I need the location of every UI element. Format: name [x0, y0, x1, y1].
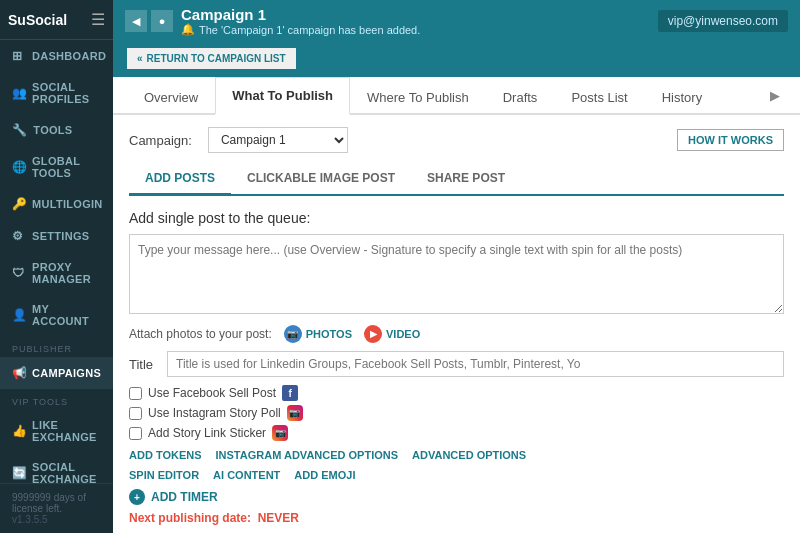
campaign-select[interactable]: Campaign 1	[208, 127, 348, 153]
account-icon: 👤	[12, 308, 26, 322]
content-area: Overview What To Publish Where To Publis…	[113, 77, 800, 533]
add-timer-label: ADD TIMER	[151, 490, 218, 504]
user-email: vip@yinwenseo.com	[658, 10, 788, 32]
tab-what-to-publish[interactable]: What To Publish	[215, 77, 350, 115]
publisher-section-label: PUBLISHER	[0, 336, 113, 357]
main-content: ◀ ● Campaign 1 🔔 The 'Campaign 1' campai…	[113, 0, 800, 533]
settings-icon: ⚙	[12, 229, 26, 243]
sidebar-item-dashboard[interactable]: ⊞ DASHBOARD	[0, 40, 113, 72]
add-timer-row[interactable]: + ADD TIMER	[129, 489, 784, 505]
topbar-notification: 🔔 The 'Campaign 1' campaign has been add…	[181, 23, 420, 36]
app-logo: SuSocial	[8, 12, 67, 28]
sub-tabs: ADD POSTS CLICKABLE IMAGE POST SHARE POS…	[129, 163, 784, 196]
sidebar-item-tools[interactable]: 🔧 TOOLS	[0, 114, 113, 146]
multilogin-icon: 🔑	[12, 197, 26, 211]
sidebar-nav: ⊞ DASHBOARD 👥 SOCIAL PROFILES 🔧 TOOLS 🌐 …	[0, 40, 113, 483]
publish-date-row: Next publishing date: NEVER	[129, 511, 784, 525]
return-to-campaign-list-button[interactable]: « RETURN TO CAMPAIGN LIST	[127, 48, 296, 69]
dashboard-icon: ⊞	[12, 49, 26, 63]
sidebar-header: SuSocial ☰	[0, 0, 113, 40]
license-text: 9999999 days of license left.	[12, 492, 101, 514]
sidebar-item-social-profiles[interactable]: 👥 SOCIAL PROFILES	[0, 72, 113, 114]
checkbox-fb-sell: Use Facebook Sell Post f	[129, 385, 784, 401]
story-link-checkbox[interactable]	[129, 427, 142, 440]
tab-where-to-publish[interactable]: Where To Publish	[350, 79, 486, 115]
version-text: v1.3.5.5	[12, 514, 101, 525]
title-label: Title	[129, 357, 159, 372]
sidebar-item-label: MULTILOGIN	[32, 198, 103, 210]
video-icon: ▶	[364, 325, 382, 343]
attach-row: Attach photos to your post: 📷 PHOTOS ▶ V…	[129, 325, 784, 343]
campaign-label: Campaign:	[129, 133, 192, 148]
chevron-left-icon: «	[137, 53, 143, 64]
campaign-row: Campaign: Campaign 1 HOW IT WORKS	[129, 127, 784, 153]
topbar-nav-icons: ◀ ●	[125, 10, 173, 32]
story-link-label: Add Story Link Sticker	[148, 426, 266, 440]
sidebar-item-multilogin[interactable]: 🔑 MULTILOGIN	[0, 188, 113, 220]
post-textarea[interactable]	[129, 234, 784, 314]
like-exchange-icon: 👍	[12, 424, 26, 438]
sidebar-item-settings[interactable]: ⚙ SETTINGS	[0, 220, 113, 252]
instagram-icon: 📷	[287, 405, 303, 421]
instagram-advanced-options-link[interactable]: INSTAGRAM ADVANCED OPTIONS	[216, 449, 399, 461]
notification-icon: 🔔	[181, 23, 195, 36]
title-input[interactable]	[167, 351, 784, 377]
tab-drafts[interactable]: Drafts	[486, 79, 555, 115]
how-it-works-button[interactable]: HOW IT WORKS	[677, 129, 784, 151]
advanced-options-link[interactable]: ADVANCED OPTIONS	[412, 449, 526, 461]
sidebar-item-social-exchange[interactable]: 🔄 SOCIAL EXCHANGE	[0, 452, 113, 483]
sub-tab-add-posts[interactable]: ADD POSTS	[129, 163, 231, 196]
sidebar-item-like-exchange[interactable]: 👍 LIKE EXCHANGE	[0, 410, 113, 452]
topbar: ◀ ● Campaign 1 🔔 The 'Campaign 1' campai…	[113, 0, 800, 42]
tab-posts-list[interactable]: Posts List	[554, 79, 644, 115]
sub-tab-share-post[interactable]: SHARE POST	[411, 163, 521, 196]
return-btn-label: RETURN TO CAMPAIGN LIST	[147, 53, 286, 64]
photos-button[interactable]: 📷 PHOTOS	[284, 325, 352, 343]
tabs-scroll-button[interactable]: ▶	[764, 84, 786, 107]
global-tools-icon: 🌐	[12, 160, 26, 174]
forward-button[interactable]: ●	[151, 10, 173, 32]
tab-history[interactable]: History	[645, 79, 719, 115]
campaign-select-group: Campaign: Campaign 1	[129, 127, 348, 153]
fb-sell-label: Use Facebook Sell Post	[148, 386, 276, 400]
sidebar-item-label: SOCIAL PROFILES	[32, 81, 101, 105]
sidebar-item-global-tools[interactable]: 🌐 GLOBAL TOOLS	[0, 146, 113, 188]
proxy-icon: 🛡	[12, 266, 26, 280]
options-row: ADD TOKENS INSTAGRAM ADVANCED OPTIONS AD…	[129, 449, 784, 461]
story-link-icon: 📷	[272, 425, 288, 441]
sidebar-item-campaigns[interactable]: 📢 CAMPAIGNS	[0, 357, 113, 389]
tab-overview[interactable]: Overview	[127, 79, 215, 115]
checkbox-story-link: Add Story Link Sticker 📷	[129, 425, 784, 441]
social-exchange-icon: 🔄	[12, 466, 26, 480]
facebook-icon: f	[282, 385, 298, 401]
add-tokens-link[interactable]: ADD TOKENS	[129, 449, 202, 461]
options-row-2: SPIN EDITOR AI CONTENT ADD EMOJI	[129, 469, 784, 481]
page-title: Campaign 1	[181, 6, 420, 23]
photos-label: PHOTOS	[306, 328, 352, 340]
ig-story-checkbox[interactable]	[129, 407, 142, 420]
video-button[interactable]: ▶ VIDEO	[364, 325, 420, 343]
sidebar-item-label: MY ACCOUNT	[32, 303, 101, 327]
checkbox-ig-story: Use Instagram Story Poll 📷	[129, 405, 784, 421]
fb-sell-checkbox[interactable]	[129, 387, 142, 400]
sub-tab-clickable-image[interactable]: CLICKABLE IMAGE POST	[231, 163, 411, 196]
sidebar-item-proxy-manager[interactable]: 🛡 PROXY MANAGER	[0, 252, 113, 294]
sidebar-item-label: SOCIAL EXCHANGE	[32, 461, 101, 483]
sidebar-item-label: TOOLS	[33, 124, 72, 136]
add-emoji-link[interactable]: ADD EMOJI	[294, 469, 355, 481]
sidebar-item-my-account[interactable]: 👤 MY ACCOUNT	[0, 294, 113, 336]
sidebar: SuSocial ☰ ⊞ DASHBOARD 👥 SOCIAL PROFILES…	[0, 0, 113, 533]
vip-section-label: VIP TOOLS	[0, 389, 113, 410]
sidebar-item-label: GLOBAL TOOLS	[32, 155, 101, 179]
campaign-header: « RETURN TO CAMPAIGN LIST	[113, 42, 800, 77]
publish-date-value: NEVER	[258, 511, 299, 525]
ai-content-link[interactable]: AI CONTENT	[213, 469, 280, 481]
spin-editor-link[interactable]: SPIN EDITOR	[129, 469, 199, 481]
add-posts-section: Add single post to the queue: Attach pho…	[129, 210, 784, 533]
sidebar-item-label: DASHBOARD	[32, 50, 106, 62]
timer-icon: +	[129, 489, 145, 505]
menu-icon[interactable]: ☰	[91, 10, 105, 29]
back-button[interactable]: ◀	[125, 10, 147, 32]
section-title: Add single post to the queue:	[129, 210, 784, 226]
title-row: Title	[129, 351, 784, 377]
